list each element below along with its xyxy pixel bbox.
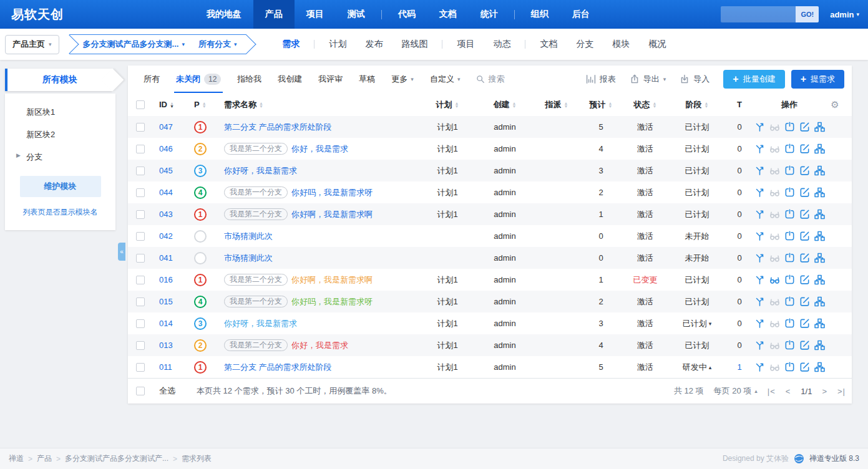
- topnav-item[interactable]: 产品: [253, 0, 295, 29]
- module-tree-item[interactable]: 新区块1: [5, 101, 115, 123]
- sidebar-header-all-modules[interactable]: 所有模块: [5, 69, 112, 91]
- stage-menu-icon[interactable]: ▾: [709, 321, 712, 327]
- subnav-item[interactable]: 发布: [356, 39, 392, 50]
- edit-icon[interactable]: [799, 209, 810, 220]
- close-icon[interactable]: [784, 340, 795, 351]
- change-icon[interactable]: [754, 165, 765, 176]
- toolbar-action-export[interactable]: 导出▾: [630, 74, 666, 85]
- column-header[interactable]: 状态▲▼: [621, 99, 670, 110]
- change-icon[interactable]: [754, 122, 765, 132]
- row-checkbox[interactable]: [136, 276, 145, 284]
- subnav-item[interactable]: 分支: [567, 39, 603, 50]
- user-menu[interactable]: admin ▾: [830, 10, 859, 19]
- header-checkbox[interactable]: [136, 100, 145, 109]
- subdivide-icon[interactable]: [814, 209, 825, 220]
- column-header[interactable]: 计划▲▼: [417, 99, 477, 110]
- branch-selector[interactable]: 所有分支 ▾: [198, 39, 237, 50]
- story-title-link[interactable]: 你好啊，我是新需求啊: [291, 209, 373, 220]
- change-icon[interactable]: [754, 187, 765, 198]
- edit-icon[interactable]: [799, 340, 810, 351]
- search-tab[interactable]: 搜索: [468, 74, 512, 85]
- module-tree-item[interactable]: 新区块2: [5, 123, 115, 146]
- change-icon[interactable]: [754, 231, 765, 241]
- edit-icon[interactable]: [799, 231, 810, 241]
- column-header[interactable]: ID▲▼: [159, 100, 194, 109]
- story-id-link[interactable]: 014: [159, 319, 173, 328]
- story-id-link[interactable]: 013: [159, 341, 173, 350]
- topnav-item[interactable]: 后台: [560, 0, 602, 29]
- edit-icon[interactable]: [799, 143, 810, 154]
- story-id-link[interactable]: 041: [159, 253, 173, 263]
- next-page-icon[interactable]: >: [822, 387, 827, 396]
- column-header[interactable]: 需求名称▲▼: [224, 99, 417, 110]
- subnav-item[interactable]: 需求: [273, 39, 309, 50]
- change-icon[interactable]: [754, 209, 765, 220]
- story-id-link[interactable]: 015: [159, 297, 173, 306]
- toolbar-action-chart[interactable]: 报表: [586, 74, 616, 85]
- edit-icon[interactable]: [799, 122, 810, 132]
- footer-breadcrumb-link[interactable]: 禅道: [9, 453, 24, 464]
- story-id-link[interactable]: 016: [159, 275, 173, 284]
- maintain-module-button[interactable]: 维护模块: [20, 176, 101, 197]
- global-search-input[interactable]: [721, 6, 796, 22]
- subnav-item[interactable]: 动态: [484, 39, 520, 50]
- subdivide-icon[interactable]: [814, 318, 825, 329]
- filter-tab[interactable]: 指给我: [229, 65, 270, 93]
- change-icon[interactable]: [754, 296, 765, 307]
- column-header[interactable]: 阶段▲▼: [670, 99, 724, 110]
- edit-icon[interactable]: [799, 296, 810, 307]
- filter-tab[interactable]: 我评审: [310, 65, 351, 93]
- edit-icon[interactable]: [799, 187, 810, 198]
- change-icon[interactable]: [754, 274, 765, 285]
- row-checkbox[interactable]: [136, 341, 145, 350]
- batch-create-button[interactable]: + 批量创建: [723, 70, 784, 89]
- filter-tab[interactable]: 我创建: [270, 65, 310, 93]
- subdivide-icon[interactable]: [814, 143, 825, 154]
- change-icon[interactable]: [754, 318, 765, 329]
- change-icon[interactable]: [754, 362, 765, 372]
- close-icon[interactable]: [784, 231, 795, 241]
- topnav-item[interactable]: 我的地盘: [195, 0, 253, 29]
- column-header[interactable]: P▲▼: [194, 100, 224, 109]
- last-page-icon[interactable]: >|: [837, 387, 846, 396]
- subnav-item[interactable]: 路线图: [392, 39, 437, 50]
- row-checkbox[interactable]: [136, 167, 145, 175]
- story-title-link[interactable]: 你好吗，我是新需求呀: [291, 296, 373, 307]
- toolbar-action-import[interactable]: 导入: [680, 74, 710, 85]
- topnav-item[interactable]: 统计: [469, 0, 510, 29]
- story-title-link[interactable]: 你好，我是需求: [291, 143, 348, 155]
- topnav-item[interactable]: 测试: [336, 0, 377, 29]
- story-id-link[interactable]: 046: [159, 144, 173, 153]
- module-tree-item[interactable]: ▶分支: [5, 146, 115, 168]
- story-title-link[interactable]: 你好，我是需求: [291, 340, 348, 351]
- product-selector[interactable]: 多分支测试产品多分支测... ▾: [83, 39, 185, 50]
- tree-expand-icon[interactable]: ▶: [16, 152, 21, 158]
- close-icon[interactable]: [784, 296, 795, 307]
- footer-breadcrumb-link[interactable]: 多分支测试产品多分支测试产...: [65, 453, 168, 464]
- edit-icon[interactable]: [799, 274, 810, 285]
- filter-tab[interactable]: 未关闭12: [168, 65, 229, 93]
- filter-tab[interactable]: 所有: [135, 65, 168, 93]
- column-header[interactable]: 创建▲▼: [477, 99, 532, 110]
- close-icon[interactable]: [784, 122, 795, 132]
- story-id-link[interactable]: 047: [159, 122, 173, 132]
- search-go-button[interactable]: GO!: [796, 6, 819, 22]
- edit-icon[interactable]: [799, 165, 810, 176]
- subnav-item[interactable]: 计划: [319, 39, 356, 50]
- edit-icon[interactable]: [799, 362, 810, 372]
- topnav-item[interactable]: 文档: [427, 0, 469, 29]
- close-icon[interactable]: [784, 209, 795, 220]
- story-title-link[interactable]: 第二分支 产品的需求所处阶段: [224, 122, 332, 133]
- story-title-link[interactable]: 市场猜测此次: [224, 231, 273, 242]
- review-icon[interactable]: [769, 274, 780, 285]
- sidebar-collapse-handle[interactable]: «: [118, 243, 125, 261]
- stage-menu-icon[interactable]: ▴: [709, 364, 712, 370]
- close-icon[interactable]: [784, 165, 795, 176]
- subdivide-icon[interactable]: [814, 340, 825, 351]
- change-icon[interactable]: [754, 340, 765, 351]
- close-icon[interactable]: [784, 362, 795, 372]
- story-id-link[interactable]: 044: [159, 188, 173, 197]
- row-checkbox[interactable]: [136, 123, 145, 132]
- footer-breadcrumb-link[interactable]: 产品: [37, 453, 52, 464]
- first-page-icon[interactable]: |<: [768, 387, 776, 396]
